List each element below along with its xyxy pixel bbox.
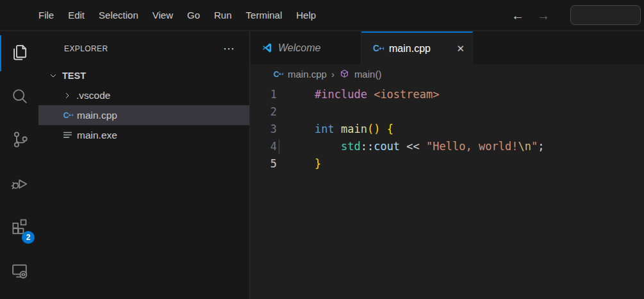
history-back-button[interactable]: ← — [511, 8, 524, 23]
code-token: { — [387, 123, 393, 135]
menu-item-terminal[interactable]: Terminal — [239, 10, 290, 21]
activity-bar-item-remote-explorer[interactable] — [0, 250, 38, 293]
tab-welcome[interactable]: Welcome — [251, 31, 361, 64]
code-token — [367, 88, 374, 101]
history-forward-button[interactable]: → — [537, 8, 550, 23]
code-token: ; — [538, 140, 544, 153]
activity-bar-item-explorer[interactable] — [0, 31, 38, 75]
file-tree: TEST.vscodeC++main.cppmain.exe — [38, 65, 249, 145]
line-content[interactable]: int main() { — [286, 121, 393, 138]
tab-label: Welcome — [278, 42, 320, 54]
menu-item-edit[interactable]: Edit — [61, 10, 92, 21]
code-token: main — [341, 123, 367, 135]
tree-item-main-exe[interactable]: main.exe — [38, 125, 249, 145]
search-icon — [10, 86, 29, 108]
cpp-file-icon: C++ — [272, 69, 283, 80]
tree-item-label: .vscode — [76, 90, 110, 101]
line-number: 5 — [251, 155, 286, 173]
code-token: "Hello, world! — [426, 140, 518, 153]
line-content[interactable]: std::cout << "Hello, world!\n"; — [286, 138, 544, 155]
code-editor[interactable]: 1#include <iostream>23int main() {4 std:… — [251, 84, 644, 173]
code-line-1[interactable]: 1#include <iostream> — [251, 86, 644, 103]
title-bar: FileEditSelectionViewGoRunTerminalHelp ←… — [0, 0, 644, 31]
line-content[interactable]: } — [286, 155, 321, 173]
vscode-logo-icon — [8, 7, 25, 24]
code-token — [420, 140, 426, 153]
code-token — [315, 140, 341, 153]
line-content[interactable]: #include <iostream> — [286, 86, 440, 103]
tab-main-cpp[interactable]: C++main.cpp✕ — [361, 31, 473, 64]
activity-bar-item-search[interactable] — [0, 75, 38, 119]
menu-item-go[interactable]: Go — [180, 10, 207, 21]
code-token: std — [341, 140, 361, 153]
line-number: 1 — [251, 86, 286, 103]
code-token: #include — [315, 88, 367, 101]
svg-text:++: ++ — [279, 71, 283, 77]
debug-icon — [10, 173, 29, 195]
sidebar-title: EXPLORER — [64, 44, 108, 53]
indent-guide — [279, 139, 279, 154]
command-center-search[interactable] — [570, 5, 641, 25]
tree-item--vscode[interactable]: .vscode — [38, 85, 249, 105]
code-token — [400, 140, 406, 153]
breadcrumb-symbol[interactable]: main() — [354, 69, 382, 80]
code-token: cout — [374, 140, 400, 153]
tree-item-label: TEST — [62, 71, 86, 81]
code-token: << — [406, 140, 419, 153]
symbol-cube-icon — [339, 69, 350, 80]
code-token: int — [315, 123, 334, 135]
line-number: 4 — [251, 138, 286, 155]
tab-bar: WelcomeC++main.cpp✕ — [251, 31, 644, 64]
tree-item-label: main.exe — [77, 130, 117, 141]
chevron-right-icon: › — [331, 69, 334, 80]
code-token: () — [367, 123, 380, 135]
remote-icon — [10, 261, 29, 282]
code-line-4[interactable]: 4 std::cout << "Hello, world!\n"; — [251, 138, 644, 155]
tab-label: main.cpp — [389, 43, 431, 55]
code-token: \n — [518, 140, 531, 153]
breadcrumb-file[interactable]: main.cpp — [288, 69, 327, 80]
vscode-logo-icon — [261, 42, 273, 54]
chevron-down-icon — [48, 71, 58, 81]
files-icon — [10, 42, 29, 64]
code-token: :: — [361, 140, 374, 153]
source-control-icon — [10, 130, 29, 151]
explorer-sidebar: EXPLORER ⋯ TEST.vscodeC++main.cppmain.ex… — [38, 31, 250, 299]
code-line-5[interactable]: 5} — [251, 155, 644, 173]
activity-bar-item-source-control[interactable] — [0, 119, 38, 162]
code-line-2[interactable]: 2 — [251, 103, 644, 121]
activity-bar-item-extensions[interactable]: 2 — [0, 206, 38, 250]
svg-text:++: ++ — [379, 46, 384, 52]
activity-bar: 2 — [0, 31, 38, 299]
editor-group: WelcomeC++main.cpp✕ C++ main.cpp › main(… — [251, 31, 644, 299]
line-number: 2 — [251, 103, 286, 121]
menu-item-view[interactable]: View — [145, 10, 180, 21]
chevron-right-icon — [62, 90, 72, 101]
cpp-file-icon: C++ — [372, 42, 384, 55]
menu-item-file[interactable]: File — [31, 10, 61, 21]
code-token — [380, 123, 386, 135]
line-content[interactable] — [286, 103, 315, 121]
tree-item-main-cpp[interactable]: C++main.cpp — [38, 105, 249, 125]
close-icon[interactable]: ✕ — [447, 43, 465, 55]
binary-file-icon — [62, 130, 73, 141]
menu-item-run[interactable]: Run — [207, 10, 239, 21]
tree-item-TEST[interactable]: TEST — [38, 65, 249, 85]
menu-bar: FileEditSelectionViewGoRunTerminalHelp — [31, 0, 323, 30]
activity-bar-item-run-debug[interactable] — [0, 162, 38, 206]
more-actions-icon[interactable]: ⋯ — [223, 46, 235, 52]
code-token — [334, 123, 341, 135]
menu-item-selection[interactable]: Selection — [92, 10, 145, 21]
tree-item-label: main.cpp — [77, 110, 117, 121]
line-number: 3 — [251, 121, 286, 138]
cpp-file-icon: C++ — [62, 110, 73, 121]
code-token: " — [531, 140, 538, 153]
code-token: } — [315, 157, 321, 170]
svg-text:++: ++ — [69, 112, 73, 118]
code-line-3[interactable]: 3int main() { — [251, 121, 644, 138]
badge-count: 2 — [22, 231, 35, 244]
code-token: <iostream> — [374, 88, 439, 101]
breadcrumb[interactable]: C++ main.cpp › main() — [251, 64, 644, 84]
menu-item-help[interactable]: Help — [289, 10, 323, 21]
